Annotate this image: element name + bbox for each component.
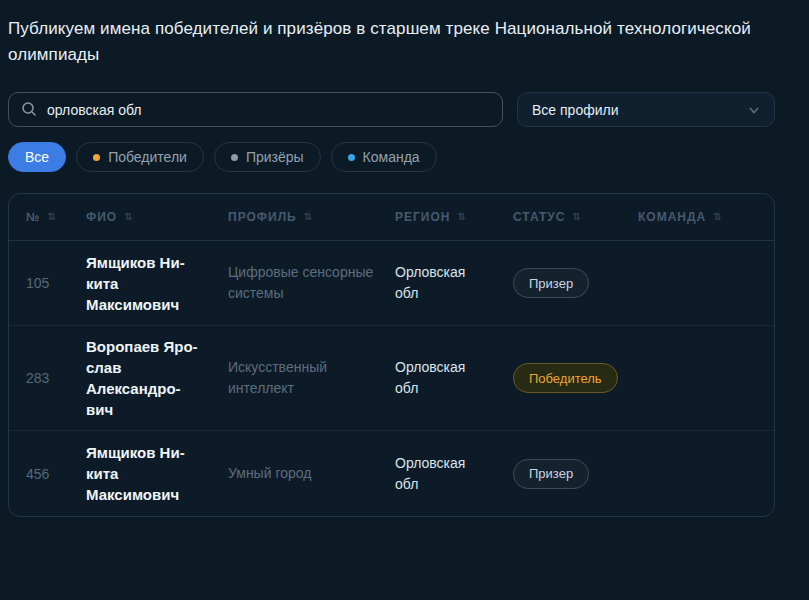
row-number: 456: [9, 456, 86, 492]
winners-dot-icon: [93, 154, 100, 161]
chip-team-label: Команда: [363, 149, 420, 165]
column-header-status[interactable]: СТАТУС ⇅: [513, 210, 638, 224]
sort-icon: ⇅: [572, 212, 581, 222]
sort-icon: ⇅: [304, 212, 313, 222]
filter-chips: Все Победители Призёры Команда: [8, 142, 775, 172]
profile-filter-value: Все профили: [532, 102, 619, 118]
column-header-name[interactable]: ФИО ⇅: [86, 210, 228, 224]
column-header-team[interactable]: КОМАНДА ⇅: [638, 210, 774, 224]
team-dot-icon: [348, 154, 355, 161]
status-badge: Призер: [513, 268, 589, 298]
chip-team[interactable]: Команда: [331, 142, 437, 172]
participant-team: [638, 273, 774, 293]
column-header-number[interactable]: № ⇅: [9, 210, 86, 224]
status-badge: Призер: [513, 459, 589, 489]
column-label: №: [26, 210, 40, 224]
column-header-profile[interactable]: ПРОФИЛЬ ⇅: [228, 210, 395, 224]
chip-prizewinners[interactable]: Призёры: [214, 142, 321, 172]
participant-region: Орловская обл: [395, 443, 513, 505]
participant-name: Воропаев Яро- слав Александро- вич: [86, 326, 228, 430]
status-badge: Победитель: [513, 363, 618, 393]
row-number: 105: [9, 265, 86, 301]
page: Публикуем имена победителей и призёров в…: [0, 0, 809, 517]
table-row: 283 Воропаев Яро- слав Александро- вич И…: [9, 326, 774, 431]
table-header: № ⇅ ФИО ⇅ ПРОФИЛЬ ⇅ РЕГИОН ⇅ СТАТУС ⇅ КО…: [9, 194, 774, 241]
participant-name: Ямщиков Ни- кита Максимович: [86, 242, 228, 325]
participant-profile: Цифровые сенсорные системы: [228, 252, 395, 314]
column-label: КОМАНДА: [638, 210, 706, 224]
participant-team: [638, 368, 774, 388]
profile-filter-select[interactable]: Все профили: [517, 92, 775, 127]
sort-icon: ⇅: [124, 212, 133, 222]
search-input[interactable]: [8, 92, 503, 127]
sort-icon: ⇅: [47, 212, 56, 222]
participant-profile: Искусственный интеллект: [228, 347, 395, 409]
results-table: № ⇅ ФИО ⇅ ПРОФИЛЬ ⇅ РЕГИОН ⇅ СТАТУС ⇅ КО…: [8, 193, 775, 517]
participant-region: Орловская обл: [395, 347, 513, 409]
chip-all-label: Все: [25, 149, 49, 165]
participant-profile: Умный город: [228, 453, 395, 494]
participant-name: Ямщиков Ни- кита Максимович: [86, 432, 228, 515]
table-row: 456 Ямщиков Ни- кита Максимович Умный го…: [9, 431, 774, 516]
participant-team: [638, 464, 774, 484]
chip-all[interactable]: Все: [8, 142, 66, 172]
chip-winners-label: Победители: [108, 149, 187, 165]
prizewinners-dot-icon: [231, 154, 238, 161]
column-label: ФИО: [86, 210, 117, 224]
controls-row: Все профили: [8, 92, 775, 127]
search-box: [8, 92, 503, 127]
participant-region: Орловская обл: [395, 252, 513, 314]
chip-winners[interactable]: Победители: [76, 142, 204, 172]
page-title: Публикуем имена победителей и призёров в…: [8, 16, 775, 68]
table-row: 105 Ямщиков Ни- кита Максимович Цифровые…: [9, 241, 774, 326]
chip-prizewinners-label: Призёры: [246, 149, 304, 165]
sort-icon: ⇅: [457, 212, 466, 222]
chevron-down-icon: [748, 104, 760, 116]
column-label: РЕГИОН: [395, 210, 450, 224]
row-number: 283: [9, 360, 86, 396]
column-label: СТАТУС: [513, 210, 565, 224]
sort-icon: ⇅: [713, 212, 722, 222]
column-header-region[interactable]: РЕГИОН ⇅: [395, 210, 513, 224]
column-label: ПРОФИЛЬ: [228, 210, 297, 224]
